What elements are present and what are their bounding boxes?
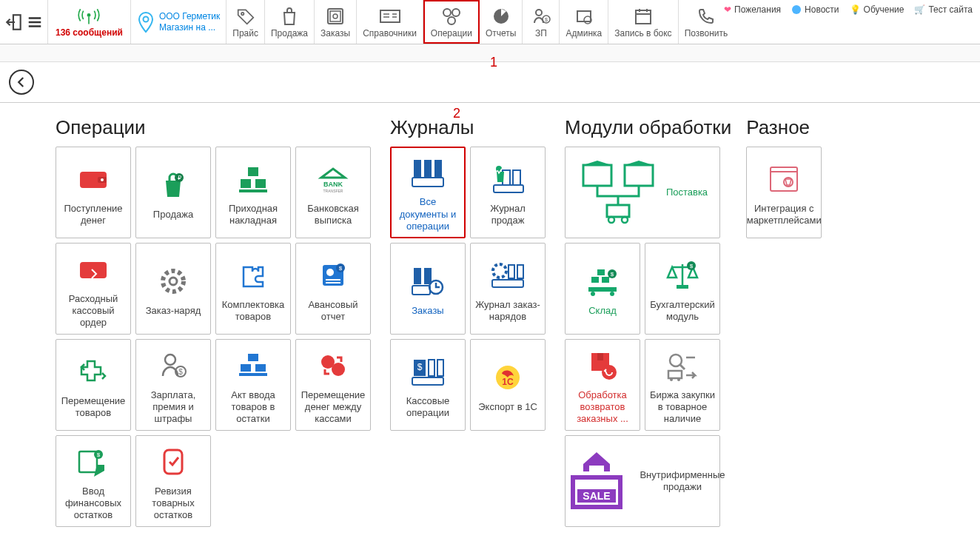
svg-rect-99 [771, 167, 797, 191]
heart-icon: ❤ [724, 4, 731, 15]
svg-rect-52 [434, 160, 442, 178]
tile-salary[interactable]: $ Зарплата, премия и штрафы [135, 339, 211, 431]
exit-icon[interactable] [4, 13, 24, 32]
tile-work-order-journal[interactable]: Журнал заказ-нарядов [470, 243, 546, 335]
tile-accounting[interactable]: $ Бухгалтерский модуль [645, 243, 720, 335]
tile-label: Зарплата, премия и штрафы [139, 389, 207, 426]
toolbar-label: Справочники [363, 28, 417, 38]
svg-rect-49 [164, 450, 182, 474]
tile-label: Ввод финансовых остатков [59, 486, 127, 522]
tile-label: Авансовый отчет [299, 299, 367, 323]
export-1c-icon: 1С [493, 357, 523, 398]
link-test[interactable]: 🛒Тест сайта [914, 4, 973, 15]
tile-advance-report[interactable]: $ Авансовый отчет [295, 243, 371, 335]
link-news[interactable]: Новости [791, 4, 839, 15]
tile-sales-journal[interactable]: Журнал продаж [470, 147, 546, 238]
back-button[interactable] [9, 70, 34, 95]
toolbar-booking[interactable]: Запись в бокс [608, 0, 678, 44]
tile-export-1c[interactable]: 1С Экспорт в 1С [470, 339, 546, 431]
tile-label: Внутрифирменные продажи [640, 469, 725, 494]
price-tag-icon [235, 6, 256, 27]
tile-label: Перемещение товаров [59, 395, 127, 420]
svg-point-2 [143, 16, 148, 21]
misc-title: Разное [746, 116, 826, 139]
tile-label: Акт ввода товаров в остатки [219, 389, 287, 426]
modules-title: Модули обработки [565, 116, 731, 139]
svg-point-9 [452, 9, 460, 16]
tile-cash-ops[interactable]: $ Кассовые операции [390, 339, 466, 431]
tile-work-order[interactable]: Заказ-наряд [135, 243, 211, 335]
shopping-bag-icon [281, 6, 298, 27]
toolbar-price[interactable]: Прайс [226, 0, 265, 44]
toolbar-refs[interactable]: Справочники [357, 0, 423, 44]
tile-sale[interactable]: ₽ Продажа [135, 147, 211, 238]
svg-rect-7 [380, 10, 400, 22]
svg-point-34 [326, 269, 334, 276]
tile-invoice-in[interactable]: Приходная накладная [215, 147, 291, 238]
tile-supply[interactable]: Поставка [565, 147, 720, 238]
svg-text:$: $ [97, 451, 101, 458]
toolbar-reports[interactable]: Отчеты [480, 0, 523, 44]
tile-internal-sales[interactable]: SALE Внутрифирменные продажи [565, 435, 720, 527]
svg-point-93 [670, 378, 673, 381]
svg-point-6 [333, 14, 338, 19]
tile-money-in[interactable]: Поступление денег [56, 147, 131, 238]
toolbar-sale[interactable]: Продажа [265, 0, 315, 44]
svg-rect-17 [636, 10, 651, 24]
svg-rect-58 [414, 268, 421, 284]
tile-move-goods[interactable]: Перемещение товаров [56, 339, 131, 431]
svg-rect-55 [513, 170, 520, 185]
toolbar-salary[interactable]: $ ЗП [523, 0, 560, 44]
toolbar-label: Отчеты [486, 28, 516, 38]
calendar-icon [634, 6, 653, 27]
svg-rect-5 [330, 11, 340, 21]
svg-rect-40 [248, 354, 258, 361]
svg-text:$: $ [417, 362, 423, 372]
tile-exchange[interactable]: Биржа закупки в товарное наличие [645, 339, 720, 431]
tile-marketplace[interactable]: Интеграция с маркетплейсами [746, 147, 822, 238]
tile-revision[interactable]: Ревизия товарных остатков [135, 435, 211, 527]
toolbar-operations[interactable]: Операции [423, 0, 480, 44]
tile-orders-journal[interactable]: Заказы [390, 243, 466, 335]
svg-rect-57 [494, 185, 523, 192]
svg-rect-95 [589, 466, 604, 476]
toolbar-orders[interactable]: Заказы [315, 0, 357, 44]
location-block[interactable]: ООО Герметик Магазин на ... [131, 0, 226, 44]
svg-text:$: $ [339, 265, 343, 272]
tile-warehouse[interactable]: $ Склад [565, 243, 640, 335]
link-wishes[interactable]: ❤Пожелания [724, 4, 781, 15]
svg-rect-41 [241, 364, 251, 372]
tile-bank-statement[interactable]: BANKTRANSFER Банковская выписка [295, 147, 371, 238]
svg-rect-80 [602, 277, 609, 283]
svg-rect-75 [607, 205, 629, 217]
tile-all-docs[interactable]: Все документы и операции [390, 147, 466, 238]
tile-stock-act[interactable]: Акт ввода товаров в остатки [215, 339, 291, 431]
svg-point-84 [610, 292, 614, 296]
tile-label: Комплектовка товаров [219, 299, 287, 323]
svg-point-1 [87, 13, 91, 16]
svg-rect-51 [424, 160, 432, 178]
tile-assembly[interactable]: Комплектовка товаров [215, 243, 291, 335]
tile-returns[interactable]: Обработка возвратов заказных ... [565, 339, 640, 431]
svg-point-18 [792, 5, 801, 14]
tile-cash-transfer[interactable]: Перемещение денег между кассами [295, 339, 371, 431]
link-learn[interactable]: 💡Обучение [850, 4, 905, 15]
svg-text:$: $ [611, 271, 614, 278]
toolbar-label: Прайс [232, 28, 258, 38]
tile-label: Банковская выписка [299, 203, 367, 227]
map-pin-icon [137, 11, 155, 33]
annotation-1: 1 [490, 55, 497, 70]
book-icon [379, 6, 401, 27]
location-text: ООО Герметик Магазин на ... [159, 11, 220, 33]
tile-label: Склад [588, 305, 617, 317]
toolbar-label: Админка [565, 28, 602, 38]
messages-block[interactable]: 136 сообщений [48, 0, 131, 44]
menu-icon[interactable] [27, 14, 43, 30]
svg-rect-26 [255, 179, 266, 188]
tile-fin-balance[interactable]: $ Ввод финансовых остатков [56, 435, 131, 527]
svg-point-76 [608, 217, 614, 223]
grid-misc: Интеграция с маркетплейсами [746, 147, 826, 238]
tile-rko[interactable]: Расходный кассовый ордер [56, 243, 131, 335]
toolbar-admin[interactable]: Админка [560, 0, 608, 44]
scales-icon: $ [665, 255, 700, 296]
